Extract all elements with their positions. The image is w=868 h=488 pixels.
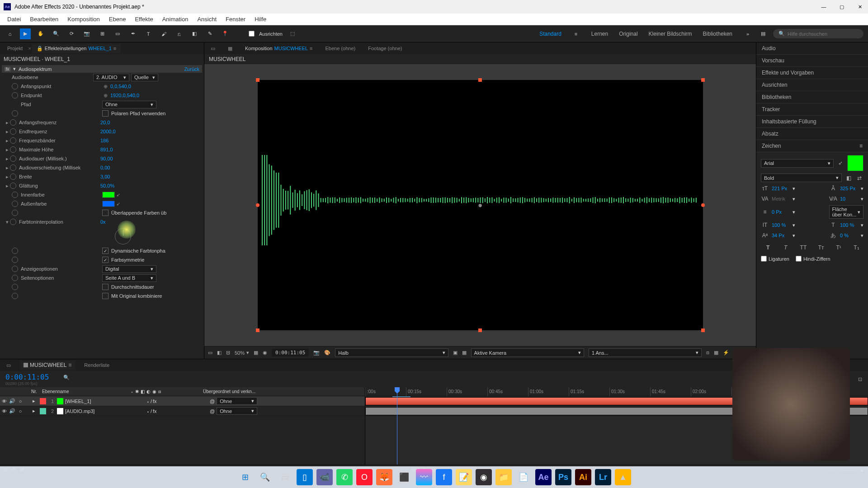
puppet-tool[interactable]: 📍 bbox=[220, 28, 231, 39]
adjust-col-icon[interactable]: ◉ bbox=[152, 389, 156, 394]
home-icon[interactable]: ⌂ bbox=[5, 28, 15, 39]
eyedropper-icon[interactable]: ➶ bbox=[115, 192, 121, 198]
hue-interp-knob[interactable] bbox=[115, 228, 131, 244]
workspace-menu-icon[interactable]: ≡ bbox=[571, 28, 581, 39]
viewer-timecode[interactable]: 0:00:11:05 bbox=[272, 349, 309, 357]
bold-button[interactable]: T bbox=[764, 244, 772, 252]
stopwatch[interactable] bbox=[12, 293, 18, 299]
app-icon[interactable]: ⬛ bbox=[396, 469, 412, 485]
stopwatch[interactable] bbox=[10, 219, 16, 225]
stroke-toggle-icon[interactable]: ◧ bbox=[844, 174, 853, 182]
stopwatch[interactable] bbox=[12, 257, 18, 263]
selection-tool[interactable]: ▶ bbox=[20, 28, 31, 39]
photoshop-icon[interactable]: Ps bbox=[555, 469, 571, 485]
stopwatch[interactable] bbox=[10, 128, 16, 135]
outer-color-swatch[interactable] bbox=[102, 201, 115, 207]
menu-animation[interactable]: Animation bbox=[158, 14, 193, 24]
expand-icon[interactable]: ▸ bbox=[5, 174, 10, 180]
kerning-input[interactable]: Metrik bbox=[772, 196, 790, 202]
panel-tab-effekte-und-vorgaben[interactable]: Effekte und Vorgaben bbox=[756, 67, 868, 79]
notes-icon[interactable]: 📝 bbox=[456, 469, 472, 485]
workspace-lernen[interactable]: Lernen bbox=[586, 29, 613, 39]
panel-tab-ausrichten[interactable]: Ausrichten bbox=[756, 79, 868, 91]
eyedropper-icon[interactable]: ➶ bbox=[115, 201, 121, 207]
color-mgmt-icon[interactable]: 🎨 bbox=[324, 350, 330, 356]
hue-interp-value[interactable]: 0x bbox=[100, 219, 106, 225]
visibility-toggle[interactable]: 👁 bbox=[0, 408, 8, 414]
layer-tab[interactable]: Ebene (ohne) bbox=[322, 44, 359, 52]
ruler-tick[interactable]: 01:45s bbox=[650, 387, 665, 396]
start-point-value[interactable]: 0,0,540,0 bbox=[110, 84, 131, 89]
parent-dropdown[interactable]: Ohne▾ bbox=[217, 397, 257, 405]
audio-layer-source-dropdown[interactable]: Quelle▾ bbox=[131, 74, 158, 81]
fx-toggle-icon[interactable]: fx bbox=[5, 67, 10, 71]
windows-taskbar[interactable]: ⊞ 🔍 ▭ ▯ 📹 ✆ O 🦊 ⬛ 〰 f 📝 ◉ 📁 📄 Ae Ps Ai L… bbox=[0, 466, 868, 488]
composition-tab[interactable]: Komposition MUSICWHEEL ≡ bbox=[241, 44, 316, 52]
app-icon[interactable]: ▲ bbox=[615, 469, 631, 485]
menu-fenster[interactable]: Fenster bbox=[221, 14, 250, 24]
grid-icon[interactable]: ▦ bbox=[254, 350, 258, 356]
stopwatch[interactable] bbox=[10, 119, 16, 126]
quality-switch[interactable]: fx bbox=[153, 408, 157, 414]
fx-switch[interactable]: / bbox=[151, 408, 152, 414]
panel-tab-inhaltsbasierte-füllung[interactable]: Inhaltsbasierte Füllung bbox=[756, 116, 868, 128]
crosshair-icon[interactable]: ⊕ bbox=[102, 83, 108, 89]
side-opts-dropdown[interactable]: Seite A und B▾ bbox=[102, 274, 156, 282]
tracking-input[interactable]: 10 bbox=[840, 196, 858, 202]
eyedropper-icon[interactable]: ➶ bbox=[836, 159, 844, 167]
clone-tool[interactable]: ⎌ bbox=[174, 28, 184, 39]
3d-icon[interactable]: ⧈ bbox=[706, 350, 709, 356]
comp-flow-icon[interactable]: ▭ bbox=[207, 44, 219, 53]
ruler-tick[interactable]: 02:00s bbox=[691, 387, 706, 396]
pan-behind-tool[interactable]: ⊞ bbox=[97, 28, 108, 39]
ligatures-checkbox[interactable] bbox=[761, 256, 767, 262]
pickwhip-icon[interactable]: @ bbox=[210, 408, 215, 414]
ruler-tick[interactable]: 00:45s bbox=[487, 387, 503, 396]
overlap-colors-checkbox[interactable] bbox=[102, 210, 108, 216]
snapshot-icon[interactable]: 📷 bbox=[313, 350, 320, 356]
ruler-tick[interactable]: 00:30s bbox=[447, 387, 462, 396]
zoom-dropdown[interactable]: 50% ▾ bbox=[235, 350, 249, 356]
baseline-input[interactable]: 34 Px bbox=[772, 233, 790, 238]
notepad-icon[interactable]: 📄 bbox=[515, 469, 532, 485]
softness-value[interactable]: 50,0% bbox=[100, 183, 114, 188]
smallcaps-button[interactable]: Tт bbox=[817, 244, 825, 252]
freq-bands-value[interactable]: 186 bbox=[100, 138, 108, 143]
subscript-button[interactable]: T₁ bbox=[852, 244, 860, 252]
3d-col-icon[interactable]: ⧈ bbox=[158, 389, 161, 394]
effect-reset-link[interactable]: Zurück bbox=[184, 66, 199, 72]
stopwatch[interactable] bbox=[10, 146, 16, 153]
max-height-value[interactable]: 891,0 bbox=[100, 147, 113, 152]
rotate-tool[interactable]: ⟳ bbox=[66, 28, 77, 39]
lightroom-icon[interactable]: Lr bbox=[595, 469, 611, 485]
camera-tool[interactable]: 📷 bbox=[81, 28, 92, 39]
folder-icon[interactable]: 📁 bbox=[495, 469, 512, 485]
display-opts-dropdown[interactable]: Digital▾ bbox=[102, 265, 156, 273]
menu-ansicht[interactable]: Ansicht bbox=[193, 14, 221, 24]
layer-name[interactable]: [AUDIO.mp3] bbox=[65, 408, 146, 414]
stopwatch[interactable] bbox=[10, 183, 16, 189]
stopwatch-start-point[interactable] bbox=[12, 83, 18, 89]
solo-toggle[interactable]: ○ bbox=[16, 408, 24, 414]
panel-tab-audio[interactable]: Audio bbox=[756, 42, 868, 55]
menu-hilfe[interactable]: Hilfe bbox=[250, 14, 271, 24]
magnify-icon[interactable]: ▭ bbox=[208, 350, 212, 356]
snap-checkbox[interactable] bbox=[249, 31, 255, 37]
panel-tab-vorschau[interactable]: Vorschau bbox=[756, 55, 868, 67]
start-freq-value[interactable]: 20,0 bbox=[100, 120, 110, 125]
shy-switch[interactable]: ⬩ bbox=[146, 399, 150, 404]
font-size-input[interactable]: 221 Px bbox=[772, 186, 790, 191]
camera-dropdown[interactable]: Aktive Kamera▾ bbox=[471, 348, 584, 357]
character-panel-header[interactable]: Zeichen≡ bbox=[756, 140, 868, 152]
parent-dropdown[interactable]: Ohne▾ bbox=[217, 407, 257, 415]
stopwatch-polar[interactable] bbox=[12, 110, 18, 117]
stopwatch-end-point[interactable] bbox=[12, 92, 18, 99]
audio-offset-value[interactable]: 0,00 bbox=[100, 165, 110, 170]
expand-icon[interactable]: ▾ bbox=[5, 219, 10, 225]
selection-handle[interactable] bbox=[701, 78, 705, 82]
effect-expand-icon[interactable]: ▾ bbox=[13, 66, 16, 72]
expand-icon[interactable]: ▸ bbox=[5, 120, 10, 126]
dyn-hue-checkbox[interactable] bbox=[102, 248, 108, 254]
layer-row[interactable]: 👁 🔊 ○ ▸ 2 [AUDIO.mp3] ⬩ / fx @ Ohne▾ bbox=[0, 406, 365, 416]
vscale-input[interactable]: 100 % bbox=[772, 222, 790, 228]
